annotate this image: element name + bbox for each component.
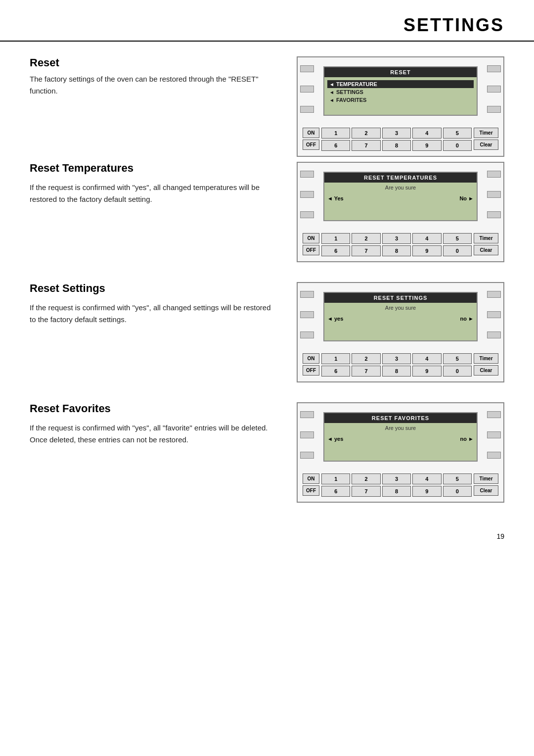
left-slots-4 bbox=[298, 403, 316, 467]
screen-3: RESET SETTINGS Are you sure ◄ yes no ► bbox=[323, 292, 478, 341]
left-slots-3 bbox=[298, 283, 316, 346]
slot-r4-3 bbox=[487, 452, 501, 459]
timer-button-4[interactable]: Timer bbox=[474, 473, 498, 484]
menu-label-favorites: FAVORITES bbox=[336, 97, 367, 103]
screen-4: RESET FAVORITES Are you sure ◄ yes no ► bbox=[323, 412, 478, 462]
screen-container-4: RESET FAVORITES Are you sure ◄ yes no ► bbox=[316, 403, 485, 467]
reset-settings-title: Reset Settings bbox=[30, 282, 277, 295]
num-4-4[interactable]: 4 bbox=[412, 473, 441, 484]
num-6-2[interactable]: 6 bbox=[321, 245, 350, 256]
num-3-4[interactable]: 3 bbox=[382, 473, 411, 484]
num-8-2[interactable]: 8 bbox=[382, 245, 411, 256]
num-row2-1: 6 7 8 9 0 bbox=[321, 140, 472, 151]
menu-item-temperature[interactable]: ◄ TEMPERATURE bbox=[327, 80, 474, 88]
num-8-4[interactable]: 8 bbox=[382, 486, 411, 497]
num-5-4[interactable]: 5 bbox=[443, 473, 472, 484]
timer-button-1[interactable]: Timer bbox=[474, 128, 498, 138]
num-7-3[interactable]: 7 bbox=[352, 366, 380, 377]
reset-favorites-panel: RESET FAVORITES Are you sure ◄ yes no ► bbox=[297, 402, 504, 503]
panel-with-sides-2: RESET TEMPERATURES Are you sure ◄ Yes No… bbox=[298, 163, 503, 226]
on-button-3[interactable]: ON bbox=[303, 353, 319, 364]
num-4-1[interactable]: 4 bbox=[412, 128, 441, 139]
slot-1 bbox=[300, 65, 314, 72]
num-row1-4: 1 2 3 4 5 bbox=[321, 473, 472, 484]
num-7-4[interactable]: 7 bbox=[352, 486, 380, 497]
num-5-1[interactable]: 5 bbox=[443, 128, 472, 139]
yes-label-2[interactable]: ◄ Yes bbox=[327, 195, 344, 201]
no-label-3[interactable]: no ► bbox=[460, 316, 474, 322]
menu-item-favorites[interactable]: ◄ FAVORITES bbox=[329, 96, 472, 104]
num-3-3[interactable]: 3 bbox=[382, 353, 411, 364]
right-slots-3 bbox=[485, 283, 503, 346]
num-2-1[interactable]: 2 bbox=[352, 128, 380, 139]
right-slots-2 bbox=[485, 163, 503, 226]
num-0-3[interactable]: 0 bbox=[443, 366, 472, 377]
num-4-3[interactable]: 4 bbox=[412, 353, 441, 364]
on-button-4[interactable]: ON bbox=[303, 473, 319, 484]
num-3-2[interactable]: 3 bbox=[382, 233, 411, 244]
timer-button-2[interactable]: Timer bbox=[474, 233, 498, 243]
keypad-3: ON OFF 1 2 3 4 5 6 7 8 9 bbox=[298, 350, 503, 381]
num-0-2[interactable]: 0 bbox=[443, 245, 472, 256]
num-2-2[interactable]: 2 bbox=[352, 233, 380, 244]
screen-2: RESET TEMPERATURES Are you sure ◄ Yes No… bbox=[323, 172, 478, 221]
reset-settings-text: Reset Settings If the request is confirm… bbox=[30, 282, 282, 382]
clear-button-1[interactable]: Clear bbox=[474, 140, 498, 150]
num-8-1[interactable]: 8 bbox=[382, 140, 411, 151]
num-1-3[interactable]: 1 bbox=[321, 353, 350, 364]
num-9-3[interactable]: 9 bbox=[412, 366, 441, 377]
slot-3 bbox=[300, 106, 314, 113]
num-5-3[interactable]: 5 bbox=[443, 353, 472, 364]
slot-r3-3 bbox=[487, 331, 501, 338]
yes-label-4[interactable]: ◄ yes bbox=[327, 436, 343, 442]
numbers-3: 1 2 3 4 5 6 7 8 9 0 bbox=[321, 353, 472, 377]
menu-item-settings[interactable]: ◄ SETTINGS bbox=[329, 88, 472, 96]
arrow-favorites: ◄ bbox=[329, 97, 334, 103]
num-9-4[interactable]: 9 bbox=[412, 486, 441, 497]
clear-button-3[interactable]: Clear bbox=[474, 365, 498, 376]
num-9-1[interactable]: 9 bbox=[412, 140, 441, 151]
reset-temperatures-section: Reset Temperatures If the request is con… bbox=[30, 162, 504, 262]
timer-button-3[interactable]: Timer bbox=[474, 353, 498, 364]
num-3-1[interactable]: 3 bbox=[382, 128, 411, 139]
num-5-2[interactable]: 5 bbox=[443, 233, 472, 244]
screen-subtitle-3: Are you sure bbox=[324, 303, 477, 314]
num-0-1[interactable]: 0 bbox=[443, 140, 472, 151]
num-1-4[interactable]: 1 bbox=[321, 473, 350, 484]
num-0-4[interactable]: 0 bbox=[443, 486, 472, 497]
num-2-3[interactable]: 2 bbox=[352, 353, 380, 364]
on-button-1[interactable]: ON bbox=[303, 128, 319, 138]
clear-button-2[interactable]: Clear bbox=[474, 245, 498, 255]
num-6-1[interactable]: 6 bbox=[321, 140, 350, 151]
off-button-1[interactable]: OFF bbox=[303, 140, 319, 150]
clear-button-4[interactable]: Clear bbox=[474, 485, 498, 496]
num-7-1[interactable]: 7 bbox=[352, 140, 380, 151]
num-9-2[interactable]: 9 bbox=[412, 245, 441, 256]
no-label-2[interactable]: No ► bbox=[459, 195, 474, 201]
num-row1-1: 1 2 3 4 5 bbox=[321, 128, 472, 139]
off-button-3[interactable]: OFF bbox=[303, 365, 319, 376]
num-6-4[interactable]: 6 bbox=[321, 486, 350, 497]
num-8-3[interactable]: 8 bbox=[382, 366, 411, 377]
reset-favorites-section: Reset Favorites If the request is confir… bbox=[30, 402, 504, 503]
reset-settings-panel: RESET SETTINGS Are you sure ◄ yes no ► bbox=[297, 282, 504, 382]
on-button-2[interactable]: ON bbox=[303, 233, 319, 243]
off-button-4[interactable]: OFF bbox=[303, 485, 319, 496]
screen-subtitle-2: Are you sure bbox=[324, 183, 477, 193]
off-button-2[interactable]: OFF bbox=[303, 245, 319, 255]
slot-3-3 bbox=[300, 331, 314, 338]
num-1-2[interactable]: 1 bbox=[321, 233, 350, 244]
reset-top: Reset The factory settings of the oven c… bbox=[30, 56, 504, 157]
yes-label-3[interactable]: ◄ yes bbox=[327, 316, 343, 322]
right-slots-1 bbox=[485, 57, 503, 121]
no-label-4[interactable]: no ► bbox=[460, 436, 474, 442]
reset-temperatures-title: Reset Temperatures bbox=[30, 162, 277, 175]
num-2-4[interactable]: 2 bbox=[352, 473, 380, 484]
page-title: SETTINGS bbox=[30, 15, 504, 36]
slot-4-3 bbox=[300, 452, 314, 459]
num-6-3[interactable]: 6 bbox=[321, 366, 350, 377]
arrow-temperature: ◄ bbox=[329, 82, 334, 87]
num-4-2[interactable]: 4 bbox=[412, 233, 441, 244]
num-1-1[interactable]: 1 bbox=[321, 128, 350, 139]
num-7-2[interactable]: 7 bbox=[352, 245, 380, 256]
